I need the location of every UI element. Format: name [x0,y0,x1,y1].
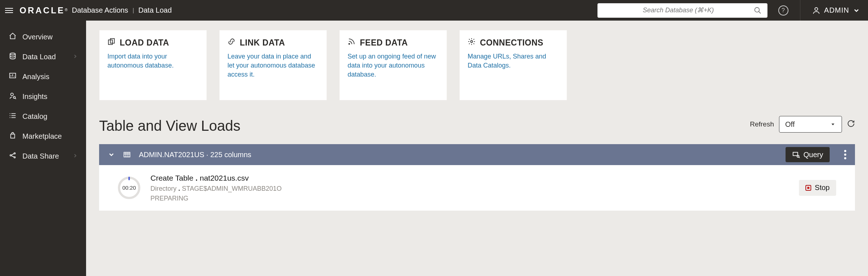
svg-point-26 [471,40,473,43]
load-timer: 00:20 [118,177,140,199]
hamburger-menu[interactable] [5,8,13,13]
main-content: LOAD DATA Import data into your autonomo… [86,21,868,276]
load-row: 00:20 Create Table . nat2021us.csv Direc… [99,165,855,211]
sidebar-item-insights[interactable]: Insights [0,87,86,107]
search-input[interactable] [603,7,754,14]
card-title: FEED DATA [360,38,408,48]
sidebar-item-label: Marketplace [22,132,62,141]
app-subtitle-2: Data Load [139,6,172,14]
svg-point-18 [10,155,12,156]
link-data-icon [227,38,235,48]
feed-data-icon [348,38,356,48]
card-desc: Leave your data in place and let your au… [227,52,319,79]
search-icon [754,7,762,14]
svg-rect-17 [11,134,15,138]
card-load-data[interactable]: LOAD DATA Import data into your autonomo… [99,30,207,100]
card-title: LOAD DATA [120,38,169,48]
stop-icon [805,185,811,191]
refresh-label: Refresh [750,120,774,128]
sidebar-item-label: Insights [22,92,47,101]
caret-down-icon [830,121,836,127]
svg-point-2 [815,8,818,10]
user-menu[interactable]: ADMIN [812,6,863,15]
user-name: ADMIN [824,6,849,14]
subtitle-divider: | [132,7,134,14]
load-data-icon [107,38,115,48]
oracle-logo: ORACLE® [20,5,68,16]
load-group-header[interactable]: ADMIN.NAT2021US · 225 columns Query [99,144,855,165]
query-button[interactable]: Query [786,147,830,162]
card-feed-data[interactable]: FEED DATA Set up an ongoing feed of new … [339,30,447,100]
sidebar-item-label: Catalog [22,112,47,121]
refresh-icon [847,120,855,128]
share-icon [8,151,17,161]
sidebar-item-catalog[interactable]: Catalog [0,107,86,126]
load-title: Create Table . nat2021us.csv [150,172,282,184]
sidebar-item-marketplace[interactable]: Marketplace [0,126,86,146]
svg-line-34 [799,157,800,158]
marketplace-icon [8,131,17,141]
insights-icon [8,92,17,102]
card-desc: Set up an ongoing feed of new data into … [348,52,439,79]
svg-point-8 [11,93,13,96]
refresh-button[interactable] [847,120,855,129]
svg-line-10 [15,98,16,99]
sidebar-item-label: Data Share [22,152,59,160]
brand: ORACLE® Database Actions | Data Load [20,5,172,16]
card-link-data[interactable]: LINK DATA Leave your data in place and l… [219,30,327,100]
query-icon [792,151,800,159]
svg-line-1 [758,11,761,13]
analysis-icon [8,72,17,82]
card-desc: Manage URLs, Shares and Data Catalogs. [468,52,559,70]
svg-line-21 [11,154,14,155]
table-icon [123,151,131,159]
card-title: LINK DATA [240,38,285,48]
card-desc: Import data into your autonomous databas… [107,52,199,70]
refresh-select[interactable]: Off [779,116,842,133]
sidebar-item-overview[interactable]: Overview [0,27,86,47]
sidebar-item-analysis[interactable]: Analysis [0,67,86,87]
svg-point-0 [754,7,759,12]
user-icon [812,6,821,15]
sidebar-item-data-load[interactable]: Data Load [0,47,86,67]
sidebar-item-label: Data Load [22,53,56,61]
connections-icon [468,38,476,48]
sidebar-item-label: Analysis [22,73,49,81]
load-header-text: ADMIN.NAT2021US · 225 columns [139,151,251,159]
more-menu[interactable] [844,150,846,159]
svg-marker-27 [831,124,834,125]
timer-value: 00:20 [122,185,136,191]
svg-line-22 [11,156,14,157]
svg-point-19 [14,153,16,154]
stop-label: Stop [815,184,830,192]
chevron-right-icon [72,53,78,61]
help-button[interactable]: ? [778,5,788,16]
chevron-right-icon [72,152,78,160]
refresh-value: Off [785,120,795,129]
svg-rect-32 [793,152,797,156]
topbar-divider [800,0,800,21]
svg-point-25 [349,43,350,44]
load-status: PREPARING [150,194,282,203]
app-subtitle-1: Database Actions [72,6,128,14]
card-connections[interactable]: CONNECTIONS Manage URLs, Shares and Data… [459,30,567,100]
svg-point-20 [14,157,16,158]
query-label: Query [804,151,823,159]
chevron-down-icon [108,151,115,158]
stop-button[interactable]: Stop [799,180,836,196]
card-title: CONNECTIONS [480,38,543,48]
svg-rect-28 [124,152,130,157]
sidebar-item-data-share[interactable]: Data Share [0,146,86,166]
sidebar: Overview Data Load Analysis Insights [0,21,86,276]
search-box[interactable] [597,3,767,18]
load-directory: Directory . STAGE$ADMIN_WMRUABB201O [150,184,282,194]
home-icon [8,32,17,42]
chevron-down-icon [853,7,860,14]
sidebar-item-label: Overview [22,33,52,41]
catalog-icon [8,112,17,121]
svg-point-3 [10,53,16,55]
section-title: Table and View Loads [99,118,855,134]
dataload-icon [8,52,17,62]
